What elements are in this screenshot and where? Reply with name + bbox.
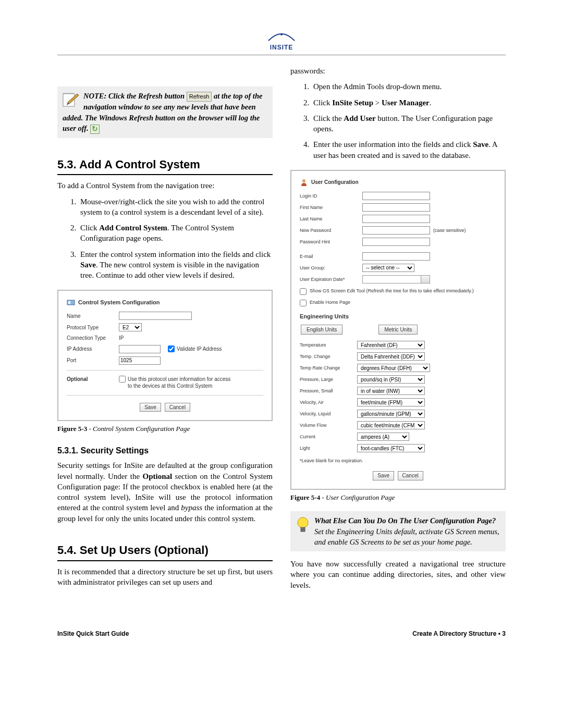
ip-address-field[interactable] — [119, 345, 161, 353]
right-column: passwords: Open the Admin Tools drop-dow… — [290, 66, 506, 596]
passwords-line: passwords: — [290, 66, 506, 76]
svg-rect-7 — [301, 528, 305, 529]
english-units-button[interactable]: English Units — [301, 325, 342, 335]
notepad-pencil-icon — [63, 92, 80, 107]
velocity-liquid-select[interactable]: gallons/minute (GPM) — [357, 410, 425, 418]
user-icon — [300, 178, 308, 187]
fig53-caption: Figure 5-3 - Control System Configuratio… — [57, 424, 273, 434]
header-rule: INSITE — [57, 31, 506, 55]
pressure-small-select[interactable]: in of water (INW) — [357, 387, 425, 395]
list-item: Mouse-over/right-click the site you wish… — [78, 196, 273, 218]
tip-callout: What Else Can You Do On The User Configu… — [290, 511, 506, 551]
label: Last Name — [300, 216, 362, 222]
show-gs-label: Show GS Screen Edit Tool (Refresh the tr… — [310, 288, 474, 294]
fig53-title: Control System Configuration — [78, 299, 160, 306]
svg-rect-9 — [301, 530, 305, 531]
heading-5-3-1: 5.3.1. Security Settings — [57, 445, 273, 456]
heading-5-3: 5.3. Add A Control System — [57, 157, 273, 176]
last-name-field[interactable] — [362, 215, 430, 223]
optional-text: Use this protocol user information for a… — [128, 376, 232, 390]
optional-protocol-checkbox[interactable] — [119, 376, 126, 382]
cancel-button[interactable]: Cancel — [165, 403, 190, 412]
save-button[interactable]: Save — [373, 471, 394, 480]
tip-bold: What Else Can You Do On The User Configu… — [314, 516, 496, 525]
fig54-title: User Configuration — [311, 179, 359, 186]
page-footer: InSite Quick Start Guide Create A Direct… — [57, 627, 506, 637]
label: User Expiration Date* — [300, 276, 362, 282]
optional-label: Optional — [67, 376, 119, 383]
label: Velocity, Liquid — [300, 411, 357, 417]
velocity-air-select[interactable]: feet/minute (FPM) — [357, 398, 425, 406]
label: Port — [67, 357, 119, 364]
light-select[interactable]: foot-candles (FTC) — [357, 444, 425, 452]
svg-rect-8 — [301, 529, 305, 530]
figure-5-3: Control System Configuration Name Protoc… — [57, 290, 273, 421]
temperature-select[interactable]: Fahrenheit (DF) — [357, 341, 425, 349]
list-item: Enter the user information into the fiel… — [311, 139, 506, 161]
label: First Name — [300, 204, 362, 211]
left-column: NOTE: Click the Refresh button Refresh a… — [57, 66, 273, 596]
metric-units-button[interactable]: Metric Units — [378, 325, 418, 335]
port-field[interactable] — [119, 356, 161, 365]
controller-icon — [67, 298, 75, 306]
fig54-caption: Figure 5-4 - User Configuration Page — [290, 493, 506, 502]
validate-ip-label: Validate IP Address — [177, 346, 222, 353]
label: Volume Flow — [300, 422, 357, 428]
temp-rate-select[interactable]: degrees F/hour (DFH) — [357, 364, 430, 372]
label: E-mail — [300, 253, 362, 260]
label: Login ID — [300, 193, 362, 199]
case-sensitive-note: (case sensitive) — [433, 227, 466, 233]
enable-home-checkbox[interactable] — [300, 300, 307, 306]
user-group-select[interactable]: -- select one -- — [362, 264, 414, 272]
expiration-footnote: *Leave blank for no expiration. — [300, 458, 496, 464]
label: Password Hint — [300, 239, 362, 245]
tip-rest: Set the Engineering Units default, activ… — [314, 527, 499, 546]
label: Connection Type — [67, 335, 119, 342]
figure-5-4: User Configuration Login ID First Name L… — [290, 170, 506, 490]
temp-change-select[interactable]: Delta Fahrenheit (DDF) — [357, 352, 425, 361]
svg-point-4 — [302, 179, 305, 182]
refresh-button[interactable]: Refresh — [187, 92, 212, 102]
lightbulb-icon — [296, 516, 310, 536]
label: Temperature — [300, 342, 357, 348]
protocol-type-select[interactable]: E2 — [119, 323, 142, 331]
volume-flow-select[interactable]: cubic feet/minute (CFM) — [357, 421, 425, 429]
login-id-field[interactable] — [362, 192, 430, 200]
password-hint-field[interactable] — [362, 238, 430, 246]
refresh-green-icon[interactable] — [90, 125, 100, 134]
new-password-field[interactable] — [362, 226, 430, 235]
list-item: Open the Admin Tools drop-down menu. — [311, 81, 506, 92]
label: Pressure, Large — [300, 376, 357, 382]
svg-point-5 — [298, 517, 308, 528]
label: Pressure, Small — [300, 388, 357, 394]
list-item: Click Add Control System. The Control Sy… — [78, 223, 273, 244]
list-item: Click InSite Setup > User Manager. — [311, 97, 506, 108]
logo-arc-icon — [266, 31, 297, 42]
first-name-field[interactable] — [362, 203, 430, 212]
name-field[interactable] — [119, 312, 192, 320]
footer-left: InSite Quick Start Guide — [57, 630, 129, 637]
show-gs-checkbox[interactable] — [300, 288, 307, 295]
eng-units-heading: Engineering Units — [300, 313, 496, 320]
label: Velocity, Air — [300, 399, 357, 405]
save-button[interactable]: Save — [140, 403, 161, 412]
heading-5-4: 5.4. Set Up Users (Optional) — [57, 542, 273, 561]
logo-text: INSITE — [266, 44, 297, 51]
list-item: Enter the control system information int… — [78, 249, 273, 281]
cancel-button[interactable]: Cancel — [398, 471, 423, 480]
enable-home-label: Enable Home Page — [310, 299, 350, 305]
sec53-intro: To add a Control System from the navigat… — [57, 180, 273, 191]
validate-ip-checkbox[interactable] — [168, 346, 175, 352]
expiration-date-picker[interactable] — [362, 275, 430, 283]
note-prefix: NOTE: Click the Refresh button — [83, 92, 187, 100]
note-callout: NOTE: Click the Refresh button Refresh a… — [57, 87, 273, 138]
pressure-large-select[interactable]: pound/sq in (PSI) — [357, 375, 425, 384]
label: Temp Rate Change — [300, 365, 357, 371]
email-field[interactable] — [362, 252, 430, 261]
current-select[interactable]: amperes (A) — [357, 433, 409, 441]
connection-type-value: IP — [119, 335, 124, 342]
label: User Group: — [300, 265, 362, 271]
svg-point-0 — [280, 33, 283, 35]
label: Temp. Change — [300, 353, 357, 360]
sec54-intro: It is recommended that a directory struc… — [57, 566, 273, 588]
